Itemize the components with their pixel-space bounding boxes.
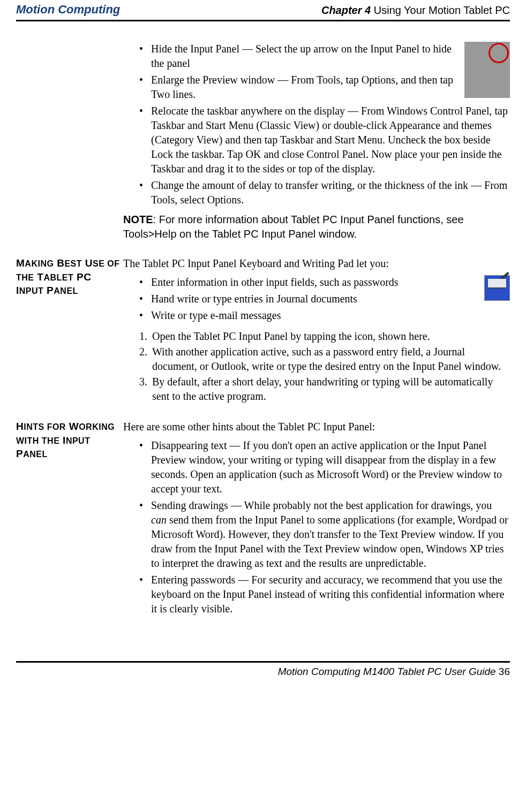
capability-list: •Enter information in other input fields… — [139, 275, 510, 323]
side-heading: MAKING BEST USE OF THE TABLET PC INPUT P… — [16, 256, 123, 405]
list-text: Change the amount of delay to transfer w… — [151, 178, 510, 207]
bullet-icon: • — [139, 73, 145, 102]
chapter-label: Chapter 4 Using Your Motion Tablet PC — [321, 4, 510, 17]
list-text: Enter information in other input fields,… — [151, 275, 399, 290]
page-footer: Motion Computing M1400 Tablet PC User Gu… — [16, 661, 510, 678]
callout-circle-icon — [489, 43, 509, 63]
section-hints: HINTS FOR WORKING WITH THE INPUT PANEL H… — [16, 420, 510, 618]
intro-text: The Tablet PC Input Panel Keyboard and W… — [123, 256, 510, 271]
list-item: 3.By default, after a short delay, your … — [139, 375, 510, 404]
top-bullet-list: •Hide the Input Panel — Select the up ar… — [139, 42, 510, 207]
list-text: Open the Tablet PC Input Panel by tappin… — [152, 329, 430, 344]
input-panel-icon — [484, 275, 510, 301]
list-item: •Enter information in other input fields… — [139, 275, 478, 290]
list-item: •Hide the Input Panel — Select the up ar… — [139, 42, 458, 71]
list-item: •Entering passwords — For security and a… — [139, 573, 510, 616]
list-item: •Sending drawings — While probably not t… — [139, 498, 510, 571]
side-heading: HINTS FOR WORKING WITH THE INPUT PANEL — [16, 420, 123, 618]
bullet-icon: • — [139, 104, 145, 176]
note-text: : For more information about Tablet PC I… — [123, 214, 464, 240]
logo-text: Motion Computing — [16, 3, 120, 16]
chapter-title: Using Your Motion Tablet PC — [371, 4, 510, 16]
section-body: Here are some other hints about the Tabl… — [123, 420, 510, 618]
list-text: With another application active, such as… — [152, 345, 510, 374]
bullet-icon: • — [139, 275, 145, 290]
step-number: 3. — [139, 375, 152, 404]
placeholder-graphic — [464, 42, 510, 98]
section-making-best-use: MAKING BEST USE OF THE TABLET PC INPUT P… — [16, 256, 510, 405]
note-label: NOTE — [123, 214, 153, 225]
list-text: By default, after a short delay, your ha… — [152, 375, 510, 404]
list-item: •Disappearing text — If you don't open a… — [139, 438, 510, 496]
list-item: •Change the amount of delay to transfer … — [139, 178, 510, 207]
top-content: •Hide the Input Panel — Select the up ar… — [123, 42, 510, 241]
list-item: 1.Open the Tablet PC Input Panel by tapp… — [139, 329, 510, 344]
bullet-icon: • — [139, 178, 145, 207]
list-text: Hide the Input Panel — Select the up arr… — [151, 42, 458, 71]
list-item: •Enlarge the Preview window — From Tools… — [139, 73, 458, 102]
note-block: NOTE: For more information about Tablet … — [123, 213, 510, 241]
intro-text: Here are some other hints about the Tabl… — [123, 420, 510, 434]
chapter-number: Chapter 4 — [321, 4, 371, 16]
step-number: 1. — [139, 329, 152, 344]
footer-text: Motion Computing M1400 Tablet PC User Gu… — [278, 666, 499, 677]
bullet-icon: • — [139, 498, 145, 571]
logo: Motion Computing — [16, 3, 120, 17]
page-header: Motion Computing Chapter 4 Using Your Mo… — [16, 0, 510, 21]
list-text: Sending drawings — While probably not th… — [151, 498, 510, 571]
step-number: 2. — [139, 345, 152, 374]
list-text: Entering passwords — For security and ac… — [151, 573, 510, 616]
bullet-icon: • — [139, 438, 145, 496]
bullet-icon: • — [139, 42, 145, 71]
list-item: •Write or type e-mail messages — [139, 308, 510, 323]
section-body: The Tablet PC Input Panel Keyboard and W… — [123, 256, 510, 405]
list-text: Enlarge the Preview window — From Tools,… — [151, 73, 458, 102]
bullet-icon: • — [139, 573, 145, 616]
list-item: •Hand write or type entries in Journal d… — [139, 292, 478, 306]
list-item: 2.With another application active, such … — [139, 345, 510, 374]
list-text: Disappearing text — If you don't open an… — [151, 438, 510, 496]
bullet-icon: • — [139, 292, 145, 306]
list-text: Relocate the taskbar anywhere on the dis… — [151, 104, 510, 176]
list-text: Write or type e-mail messages — [151, 308, 281, 323]
list-text: Hand write or type entries in Journal do… — [151, 292, 357, 306]
page-number: 36 — [499, 666, 510, 677]
list-item: •Relocate the taskbar anywhere on the di… — [139, 104, 510, 176]
hints-list: •Disappearing text — If you don't open a… — [139, 438, 510, 616]
numbered-steps: 1.Open the Tablet PC Input Panel by tapp… — [123, 329, 510, 404]
bullet-icon: • — [139, 308, 145, 323]
